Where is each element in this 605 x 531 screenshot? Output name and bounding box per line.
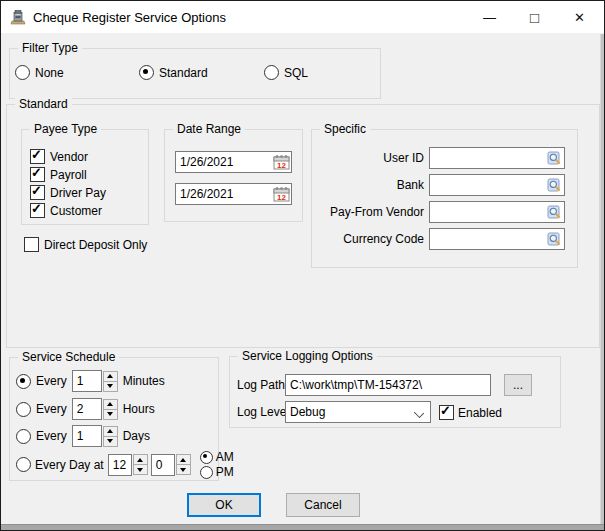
arrow-down-icon [137, 468, 143, 472]
radio-icon[interactable] [16, 457, 31, 472]
arrow-down-icon [107, 439, 113, 443]
radio-filter-sql[interactable]: SQL [264, 65, 308, 80]
app-icon [10, 9, 26, 25]
radio-pm[interactable]: PM [200, 465, 234, 479]
radio-icon [200, 451, 213, 464]
radio-filter-none[interactable]: None [15, 65, 64, 80]
maximize-button[interactable]: □ [512, 1, 557, 33]
log-path-field[interactable] [285, 374, 491, 396]
ok-button[interactable]: OK [187, 493, 261, 517]
date-to-field[interactable]: 12 [175, 183, 292, 205]
schedule-row-hours: Every 2 Hours [16, 398, 155, 420]
bank-field[interactable] [429, 174, 565, 196]
spin-down-button[interactable] [133, 464, 148, 475]
date-range-group-label: Date Range [173, 122, 245, 136]
payee-type-group-label: Payee Type [30, 122, 101, 136]
radio-icon[interactable] [16, 374, 31, 389]
checkbox-payroll[interactable]: Payroll [30, 167, 87, 182]
spin-down-button[interactable] [176, 464, 191, 475]
user-id-input[interactable] [430, 149, 545, 167]
date-to-input[interactable] [176, 185, 272, 203]
window-frame-bottom [1, 524, 604, 530]
user-id-row: User ID [312, 147, 565, 169]
pay-from-vendor-field[interactable] [429, 201, 565, 223]
hour-value[interactable]: 12 [108, 454, 132, 476]
lookup-icon[interactable] [545, 204, 563, 220]
log-level-dropdown[interactable]: Debug [285, 401, 431, 423]
radio-label: AM [216, 450, 234, 464]
checkbox-label: Customer [50, 204, 102, 218]
calendar-icon[interactable]: 12 [272, 154, 290, 170]
window-frame-right [600, 34, 604, 525]
checkbox-label: Payroll [50, 168, 87, 182]
window-controls: — □ ✕ [467, 1, 602, 33]
checkbox-customer[interactable]: Customer [30, 203, 102, 218]
arrow-up-icon [180, 458, 186, 462]
currency-code-row: Currency Code [312, 228, 565, 250]
radio-icon[interactable] [16, 402, 31, 417]
svg-text:12: 12 [277, 161, 286, 170]
bank-input[interactable] [430, 176, 545, 194]
radio-label: SQL [284, 66, 308, 80]
hours-value[interactable]: 2 [72, 398, 102, 420]
checkbox-label: Driver Pay [50, 186, 106, 200]
maximize-icon: □ [530, 10, 539, 25]
log-path-label: Log Path [237, 378, 285, 392]
service-schedule-group: Service Schedule Every 1 Minutes Every 2… [9, 357, 219, 481]
radio-label: PM [216, 465, 234, 479]
minimize-button[interactable]: — [467, 1, 512, 33]
specific-group: Specific User ID Bank [311, 129, 578, 268]
checkbox-driver-pay[interactable]: Driver Pay [30, 185, 106, 200]
service-logging-group-label: Service Logging Options [238, 349, 377, 363]
checkbox-vendor[interactable]: Vendor [30, 149, 88, 164]
spin-down-button[interactable] [103, 409, 118, 420]
days-value[interactable]: 1 [72, 425, 102, 447]
pay-from-vendor-input[interactable] [430, 203, 545, 221]
minute-value[interactable]: 0 [151, 454, 175, 476]
minutes-value[interactable]: 1 [72, 370, 102, 392]
log-level-label: Log Level [237, 405, 289, 419]
browse-button[interactable]: ... [504, 374, 532, 396]
spin-down-button[interactable] [103, 436, 118, 447]
radio-filter-standard[interactable]: Standard [139, 65, 208, 80]
browse-button-label: ... [513, 378, 523, 392]
lookup-icon[interactable] [545, 231, 563, 247]
calendar-icon[interactable]: 12 [272, 186, 290, 202]
dialog-window: Cheque Register Service Options — □ ✕ Fi… [0, 0, 605, 531]
close-button[interactable]: ✕ [557, 1, 602, 33]
checkbox-icon [30, 149, 45, 164]
radio-label: Standard [159, 66, 208, 80]
radio-am[interactable]: AM [200, 450, 234, 464]
window-title: Cheque Register Service Options [33, 10, 226, 25]
schedule-unit: Minutes [123, 374, 165, 388]
schedule-row-minutes: Every 1 Minutes [16, 370, 165, 392]
date-range-group: Date Range 12 [164, 129, 303, 222]
currency-code-input[interactable] [430, 230, 545, 248]
date-from-field[interactable]: 12 [175, 151, 292, 173]
log-path-input[interactable] [286, 376, 490, 394]
pay-from-vendor-label: Pay-From Vendor [312, 205, 424, 219]
radio-icon[interactable] [16, 429, 31, 444]
minute-spinner [176, 454, 191, 475]
schedule-prefix: Every Day at [35, 458, 104, 472]
lookup-icon[interactable] [545, 177, 563, 193]
cancel-button-label: Cancel [304, 498, 341, 512]
schedule-unit: Hours [123, 402, 155, 416]
minutes-spinner [103, 371, 118, 392]
currency-code-field[interactable] [429, 228, 565, 250]
checkbox-enabled[interactable]: Enabled [439, 405, 502, 420]
checkbox-direct-deposit-only[interactable]: Direct Deposit Only [24, 237, 147, 252]
arrow-up-icon [107, 374, 113, 378]
user-id-label: User ID [312, 151, 424, 165]
ampm-selector: AM PM [200, 450, 234, 479]
user-id-field[interactable] [429, 147, 565, 169]
cancel-button[interactable]: Cancel [286, 493, 360, 517]
spin-down-button[interactable] [103, 381, 118, 392]
date-from-input[interactable] [176, 153, 272, 171]
schedule-prefix: Every [36, 374, 67, 388]
checkbox-label: Enabled [458, 406, 502, 420]
lookup-icon[interactable] [545, 150, 563, 166]
standard-group-label: Standard [15, 97, 72, 111]
radio-label: None [35, 66, 64, 80]
schedule-prefix: Every [36, 429, 67, 443]
